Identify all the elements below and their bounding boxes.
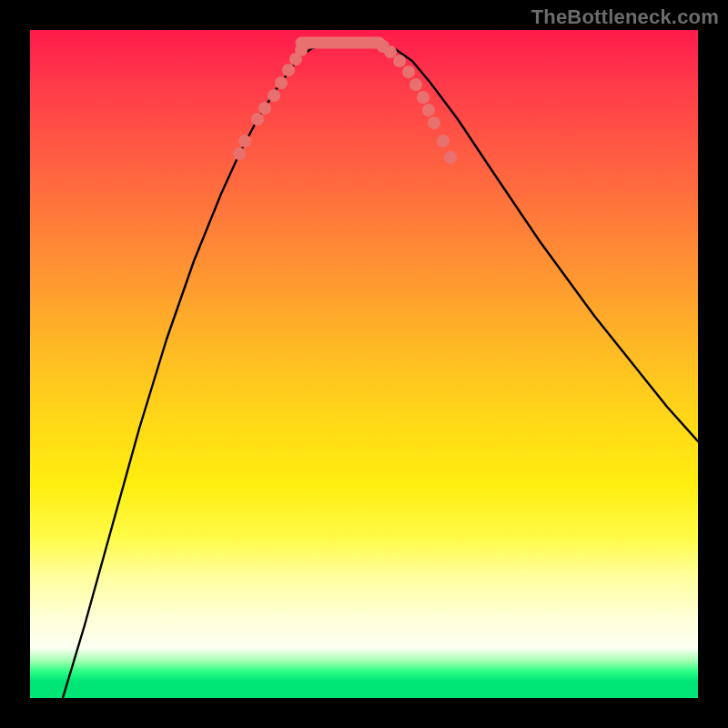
chart-gradient-background xyxy=(30,30,698,698)
watermark-text: TheBottleneck.com xyxy=(531,5,719,29)
chart-frame: TheBottleneck.com xyxy=(0,0,728,728)
